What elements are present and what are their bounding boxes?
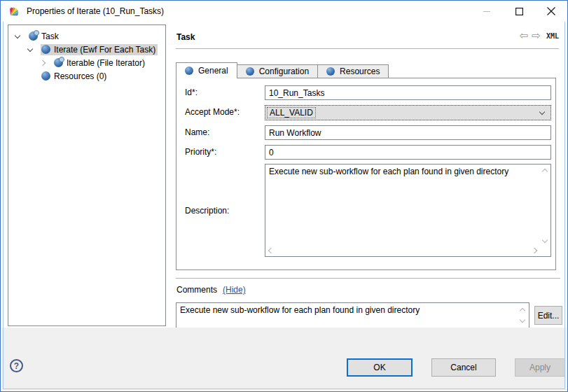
tab-resources[interactable]: Resources [318, 64, 389, 78]
scroll-down-icon[interactable] [542, 237, 548, 243]
window-title: Properties of Iterate (10_Run_Tasks) [27, 6, 164, 16]
accept-mode-value: ALL_VALID [267, 107, 316, 118]
scroll-right-icon[interactable] [532, 248, 537, 253]
cancel-button[interactable]: Cancel [431, 358, 496, 377]
tree-item-task[interactable]: Task [8, 29, 165, 43]
minimize-button[interactable] [471, 1, 503, 22]
description-textarea[interactable]: Execute new sub-workflow for each plan f… [265, 164, 551, 257]
tab-configuration[interactable]: Configuration [237, 64, 318, 78]
expander-icon[interactable] [15, 35, 28, 38]
comments-separator [176, 278, 560, 279]
tree-item-iterate[interactable]: Iterate (Ewf For Each Task) [8, 43, 165, 56]
scroll-down-icon[interactable] [520, 317, 525, 323]
ok-button[interactable]: OK [347, 358, 413, 377]
iterable-icon [54, 58, 63, 67]
maximize-button[interactable] [503, 1, 535, 22]
edit-button[interactable]: Edit... [534, 306, 562, 325]
maximize-icon [515, 8, 523, 15]
properties-dialog: Properties of Iterate (10_Run_Tasks) Tas… [0, 0, 568, 392]
tab-configuration-icon [246, 67, 254, 76]
comments-text: Execute new sub-workflow for each plan f… [180, 305, 512, 316]
footer: ? OK Cancel Apply [1, 328, 567, 391]
tab-general-icon [185, 66, 193, 75]
apply-button[interactable]: Apply [515, 358, 565, 377]
close-icon [547, 7, 555, 15]
back-arrow-icon[interactable]: ⇦ [520, 31, 529, 41]
tab-general[interactable]: General [176, 62, 237, 78]
tree-item-label: Iterate (Ewf For Each Task) [54, 45, 155, 55]
forward-arrow-icon[interactable]: ⇨ [532, 31, 541, 41]
accept-mode-label: Accept Mode*: [185, 107, 240, 117]
resources-icon [41, 71, 50, 80]
tree-item-label: Task [41, 31, 59, 41]
tree-item-resources[interactable]: Resources (0) [8, 69, 165, 83]
scroll-up-icon[interactable] [520, 308, 525, 314]
comments-label: Comments [176, 285, 217, 295]
hide-comments-link[interactable]: (Hide) [223, 285, 246, 295]
comments-textarea[interactable]: Execute new sub-workflow for each plan f… [176, 302, 529, 328]
iterate-icon [41, 45, 50, 54]
titlebar: Properties of Iterate (10_Run_Tasks) [1, 1, 567, 22]
minimize-icon [483, 8, 491, 15]
tree-item-label: Resources (0) [54, 71, 106, 81]
tab-resources-icon [326, 67, 335, 76]
id-label: Id*: [185, 88, 198, 97]
tab-label: Configuration [259, 66, 309, 76]
task-icon [29, 31, 38, 41]
help-button[interactable]: ? [10, 359, 23, 372]
general-tab-panel: Id*: Accept Mode*: ALL_VALID Name: Prior… [176, 78, 556, 270]
window-controls [471, 1, 567, 22]
app-icon [8, 6, 20, 17]
xml-button[interactable]: XML [546, 32, 559, 40]
nav-tools: ⇦ ⇨ XML [520, 31, 559, 41]
tab-label: General [198, 66, 228, 76]
priority-field[interactable] [265, 145, 551, 160]
priority-label: Priority*: [185, 147, 216, 157]
description-text: Execute new sub-workflow for each plan f… [269, 167, 535, 177]
tree-item-iterable[interactable]: Iterable (File Iterator) [8, 56, 165, 69]
panel-title: Task [176, 32, 195, 42]
accept-mode-select[interactable]: ALL_VALID [265, 105, 551, 120]
tab-label: Resources [340, 66, 380, 76]
chevron-down-icon [539, 109, 545, 115]
scroll-left-icon[interactable] [268, 248, 274, 253]
task-tree: Task Iterate (Ewf For Each Task) Iterabl… [8, 24, 166, 326]
description-label: Description: [185, 206, 229, 216]
name-label: Name: [185, 127, 209, 137]
button-row: OK Cancel Apply [347, 358, 565, 377]
tab-bar: General Configuration Resources [176, 62, 389, 78]
close-button[interactable] [535, 1, 567, 22]
expander-icon[interactable] [28, 48, 41, 51]
header-separator [176, 48, 559, 49]
name-field[interactable] [265, 125, 551, 140]
id-field[interactable] [265, 85, 551, 100]
expander-icon[interactable] [41, 61, 53, 65]
scroll-up-icon[interactable] [542, 169, 548, 174]
tree-item-label: Iterable (File Iterator) [67, 58, 145, 68]
